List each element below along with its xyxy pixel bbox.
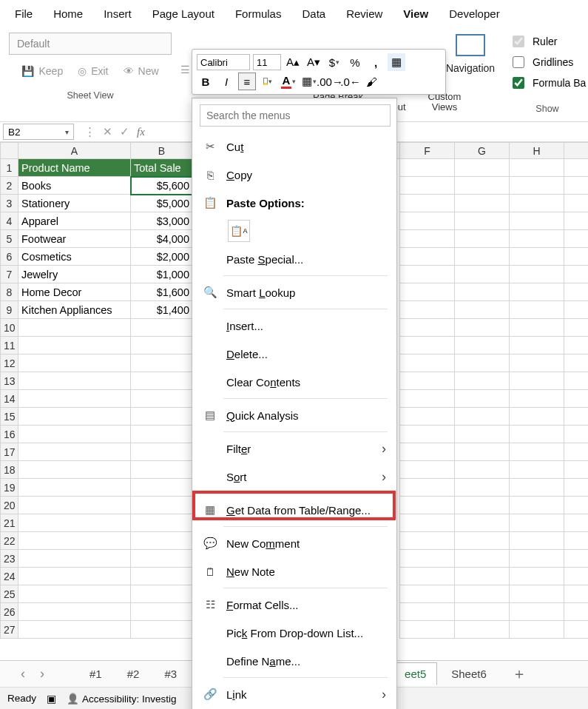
col-header-G[interactable]: G xyxy=(455,143,510,159)
cell[interactable] xyxy=(564,497,589,514)
cell[interactable]: Stationery xyxy=(18,195,131,212)
cell[interactable]: $4,000 xyxy=(131,230,193,248)
cell[interactable] xyxy=(400,372,455,390)
cell[interactable] xyxy=(400,532,455,550)
row-header[interactable]: 22 xyxy=(1,532,18,550)
cell[interactable]: Product Name xyxy=(18,159,131,177)
gridlines-check[interactable] xyxy=(513,56,524,68)
cell[interactable] xyxy=(400,301,455,319)
cell[interactable] xyxy=(564,550,589,568)
cell[interactable] xyxy=(564,212,589,230)
row-header[interactable]: 4 xyxy=(1,212,18,230)
cell[interactable]: $1,600 xyxy=(131,283,193,301)
cell[interactable] xyxy=(131,514,193,532)
formula-bar-checkbox[interactable]: Formula Ba xyxy=(507,73,588,93)
menu-page-layout[interactable]: Page Layout xyxy=(142,4,225,23)
new-note-item[interactable]: 🗒New Note xyxy=(192,557,396,585)
cell[interactable]: Jewelry xyxy=(18,266,131,283)
cell[interactable] xyxy=(564,479,589,497)
accessibility-status[interactable]: Accessibility: Investig xyxy=(67,693,177,705)
cell[interactable]: Books xyxy=(18,177,131,195)
cell[interactable] xyxy=(131,568,193,585)
cell[interactable] xyxy=(400,426,455,443)
font-size-combo[interactable] xyxy=(253,54,281,70)
cell[interactable] xyxy=(510,603,564,621)
cell[interactable] xyxy=(510,337,564,354)
cell[interactable] xyxy=(400,497,455,514)
sheet-tab-active[interactable]: eet5 xyxy=(393,662,437,685)
cell[interactable] xyxy=(400,159,455,177)
align-left-button[interactable]: ≡ xyxy=(238,73,256,90)
cell[interactable] xyxy=(455,177,510,195)
row-header[interactable]: 23 xyxy=(1,550,18,568)
row-header[interactable]: 8 xyxy=(1,283,18,301)
row-header[interactable]: 5 xyxy=(1,230,18,248)
cell[interactable] xyxy=(18,585,131,603)
cell[interactable] xyxy=(400,337,455,354)
formula-check[interactable] xyxy=(513,77,524,89)
menu-data[interactable]: Data xyxy=(291,4,336,23)
cell[interactable] xyxy=(455,443,510,461)
row-header[interactable]: 7 xyxy=(1,266,18,283)
row-header[interactable]: 24 xyxy=(1,568,18,585)
cell[interactable]: $1,400 xyxy=(131,301,193,319)
cell[interactable] xyxy=(510,443,564,461)
cell[interactable] xyxy=(455,514,510,532)
cell[interactable] xyxy=(455,212,510,230)
cell[interactable] xyxy=(18,408,131,426)
cell[interactable] xyxy=(564,372,589,390)
row-header[interactable]: 10 xyxy=(1,319,18,337)
cell[interactable]: $5,000 xyxy=(131,195,193,212)
cell[interactable] xyxy=(455,195,510,212)
cell[interactable] xyxy=(18,319,131,337)
cell[interactable] xyxy=(564,159,589,177)
cell[interactable] xyxy=(18,479,131,497)
row-header[interactable]: 15 xyxy=(1,408,18,426)
cell[interactable] xyxy=(400,283,455,301)
row-header[interactable]: 27 xyxy=(1,621,18,639)
cell[interactable] xyxy=(400,550,455,568)
cell[interactable] xyxy=(131,479,193,497)
cell[interactable] xyxy=(510,195,564,212)
cell[interactable] xyxy=(455,426,510,443)
cell[interactable] xyxy=(400,390,455,408)
cell[interactable] xyxy=(400,461,455,479)
cell[interactable] xyxy=(400,479,455,497)
cell[interactable] xyxy=(510,230,564,248)
cell[interactable] xyxy=(510,301,564,319)
add-sheet-button[interactable]: ＋ xyxy=(501,663,538,685)
cell[interactable] xyxy=(400,177,455,195)
row-header[interactable]: 1 xyxy=(1,159,18,177)
cell[interactable] xyxy=(400,443,455,461)
cell[interactable] xyxy=(564,443,589,461)
cell[interactable] xyxy=(510,479,564,497)
cell[interactable] xyxy=(455,372,510,390)
macro-icon[interactable]: ▣ xyxy=(47,693,56,705)
cell[interactable] xyxy=(18,497,131,514)
paste-special-item[interactable]: Paste Special... xyxy=(192,245,396,273)
cell[interactable] xyxy=(510,532,564,550)
cell[interactable] xyxy=(455,550,510,568)
col-header-B[interactable]: B xyxy=(131,143,193,159)
cell[interactable] xyxy=(455,532,510,550)
cell[interactable] xyxy=(510,550,564,568)
sheet-tab-3[interactable]: #3 xyxy=(153,662,188,685)
cell[interactable] xyxy=(455,159,510,177)
row-header[interactable]: 11 xyxy=(1,337,18,354)
cell[interactable] xyxy=(455,266,510,283)
col-header-F[interactable]: F xyxy=(400,143,455,159)
sort-item[interactable]: Sort xyxy=(192,463,396,491)
row-header[interactable]: 17 xyxy=(1,443,18,461)
pick-list-item[interactable]: Pick From Drop-down List... xyxy=(192,619,396,647)
cell[interactable] xyxy=(564,177,589,195)
row-header[interactable]: 18 xyxy=(1,461,18,479)
increase-font-button[interactable]: A▴ xyxy=(284,53,302,71)
cut-item[interactable]: ✂Cut xyxy=(192,132,396,161)
cell[interactable] xyxy=(510,514,564,532)
menu-insert[interactable]: Insert xyxy=(93,4,142,23)
cell[interactable] xyxy=(400,603,455,621)
menu-search-input[interactable] xyxy=(200,104,391,127)
cell[interactable] xyxy=(131,585,193,603)
cell[interactable] xyxy=(18,426,131,443)
cell[interactable] xyxy=(18,354,131,372)
